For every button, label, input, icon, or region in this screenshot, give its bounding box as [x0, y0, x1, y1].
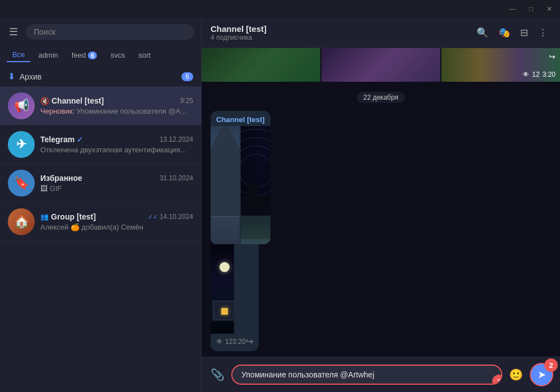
minimize-button[interactable]: — — [506, 4, 519, 14]
top-image-strip: 👁 12 3:20 ↪ — [202, 48, 560, 82]
app-container: ☰ Все admin feed 6 svcs sort — [0, 18, 560, 392]
message-input[interactable] — [232, 366, 501, 384]
views-count: 12 — [532, 71, 539, 78]
archive-label: Архив — [20, 72, 181, 81]
views-icon: 👁 — [522, 71, 529, 78]
tab-sort-label: sort — [138, 51, 151, 59]
date-separator: 22 декабря — [211, 92, 551, 103]
chat-preview-saved: 🖼 GIF — [40, 184, 193, 193]
chat-time-group-test: ✓✓ 14.10.2024 — [148, 213, 193, 221]
message-channel-name: Channel [test] — [211, 111, 270, 126]
chat-info-telegram: Telegram ✓ 13.12.2024 Отключена двухэтап… — [40, 135, 193, 154]
send-button-wrap: ➤ 2 — [530, 363, 553, 386]
more-button[interactable]: ⋮ — [535, 24, 551, 42]
cabin-photo-item — [211, 244, 234, 334]
tab-admin[interactable]: admin — [32, 49, 63, 62]
titlebar-controls: — □ ✕ — [506, 4, 556, 14]
forward-icon-strip[interactable]: ↪ — [549, 52, 556, 62]
mountain-photo — [211, 126, 240, 244]
message-time-strip: 3:20 — [543, 71, 556, 78]
message-time: 3:20 — [232, 338, 245, 346]
chat-item-group-test[interactable]: 🏠 👥 Group [test] ✓✓ 14.10.2024 Алексей � — [0, 203, 201, 241]
chat-preview-group-test: Алексей 🍊 добавил(а) Семён — [40, 223, 193, 231]
chat-header-name: Channel [test] — [211, 24, 473, 34]
chat-name-saved: Избранное — [40, 174, 82, 183]
eye-icon: 👁 — [216, 338, 223, 346]
cabin-photo-grid — [211, 244, 259, 334]
chat-name-telegram: Telegram ✓ — [40, 135, 83, 144]
reactions-button[interactable]: 🎭 — [495, 24, 514, 42]
close-button[interactable]: ✕ — [543, 4, 556, 14]
tab-svcs-label: svcs — [110, 51, 125, 59]
indicator-2: 2 — [544, 358, 558, 372]
water-line — [211, 216, 240, 217]
chat-time-channel-test: 9:25 — [180, 97, 193, 105]
chat-time-saved: 31.10.2024 — [160, 174, 193, 182]
search-chat-button[interactable]: 🔍 — [473, 24, 492, 42]
message-input-wrap: 1 — [231, 365, 502, 385]
strip-meta: 👁 12 3:20 — [522, 71, 556, 78]
cabin-photo — [211, 244, 234, 334]
chat-preview-telegram: Отключена двухэтапная аутентификация... — [40, 146, 193, 154]
chat-info-saved: Избранное 31.10.2024 🖼 GIF — [40, 174, 193, 193]
titlebar: — □ ✕ — [0, 0, 560, 18]
sidebar-header: ☰ — [0, 18, 201, 46]
chat-preview-channel-test: Черновик: Упоминание пользователя @А... — [40, 107, 193, 115]
star-trail-photo — [241, 126, 270, 216]
avatar-channel-test: 📢 — [8, 92, 35, 119]
moon — [220, 262, 230, 272]
chat-header-info: Channel [test] 4 подписчика — [211, 24, 473, 41]
tab-all-label: Все — [12, 50, 25, 59]
layout-button[interactable]: ⊟ — [517, 24, 531, 42]
strip-image-purple — [321, 48, 440, 82]
tab-admin-label: admin — [38, 51, 58, 59]
tab-feed[interactable]: feed 6 — [66, 49, 102, 62]
chat-name-group-test: 👥 Group [test] — [40, 212, 96, 221]
indicator-1: 1 — [492, 375, 502, 385]
photo-grid — [211, 126, 270, 244]
strip-image-nature — [202, 48, 320, 82]
emoji-button[interactable]: 🙂 — [507, 366, 525, 384]
avatar-telegram: ✈ — [8, 131, 35, 158]
views-value: 12 — [225, 338, 232, 346]
cabin-roof — [211, 287, 234, 301]
tab-svcs[interactable]: svcs — [105, 49, 130, 62]
chat-header-subtitle: 4 подписчика — [211, 34, 473, 41]
cabin-window — [221, 308, 228, 315]
search-box[interactable] — [26, 24, 194, 40]
chat-item-telegram[interactable]: ✈ Telegram ✓ 13.12.2024 Отключена двухэт… — [0, 125, 201, 164]
chat-time-telegram: 13.12.2024 — [160, 136, 193, 143]
chat-name-channel-test: 🔇 Channel [test] — [40, 96, 104, 105]
avatar-group-test: 🏠 — [8, 208, 35, 235]
filter-tabs: Все admin feed 6 svcs sort — [0, 46, 201, 67]
nature-scene — [241, 217, 270, 244]
message-bubble: Channel [test] — [211, 111, 270, 244]
archive-count: 6 — [181, 72, 193, 81]
tab-sort[interactable]: sort — [133, 49, 156, 62]
verified-icon: ✓ — [77, 136, 83, 144]
double-tick-icon: ✓✓ — [148, 213, 158, 220]
tab-all[interactable]: Все — [7, 48, 30, 62]
chat-info-group-test: 👥 Group [test] ✓✓ 14.10.2024 Алексей 🍊 д… — [40, 212, 193, 231]
search-input[interactable] — [34, 27, 186, 36]
avatar-saved: 🔖 — [8, 170, 35, 197]
attachment-button[interactable]: 📎 — [208, 366, 227, 384]
messages-area: 22 декабря Channel [test] — [202, 82, 560, 357]
chat-header-actions: 🔍 🎭 ⊟ ⋮ — [473, 24, 551, 42]
archive-section[interactable]: ⬇ Архив 6 — [0, 67, 201, 87]
star-trail-photo-item — [241, 126, 270, 216]
archive-icon: ⬇ — [8, 71, 15, 82]
date-label: 22 декабря — [357, 92, 405, 103]
chat-header: Channel [test] 4 подписчика 🔍 🎭 ⊟ ⋮ — [202, 18, 560, 48]
forward-button[interactable]: ↪ — [246, 336, 253, 347]
chat-item-channel-test[interactable]: 📢 🔇 Channel [test] 9:25 Черновик: Упомин… — [0, 87, 201, 125]
tab-feed-badge: 6 — [88, 52, 97, 59]
maximize-button[interactable]: □ — [526, 4, 536, 14]
chat-list: 📢 🔇 Channel [test] 9:25 Черновик: Упомин… — [0, 87, 201, 392]
chat-info-channel-test: 🔇 Channel [test] 9:25 Черновик: Упоминан… — [40, 96, 193, 115]
chat-item-saved[interactable]: 🔖 Избранное 31.10.2024 🖼 GIF — [0, 164, 201, 203]
input-area: 📎 1 🙂 ➤ 2 — [202, 357, 560, 392]
right-photo-column — [241, 126, 270, 244]
hamburger-button[interactable]: ☰ — [7, 24, 20, 40]
main-chat: Channel [test] 4 подписчика 🔍 🎭 ⊟ ⋮ 👁 — [202, 18, 560, 392]
